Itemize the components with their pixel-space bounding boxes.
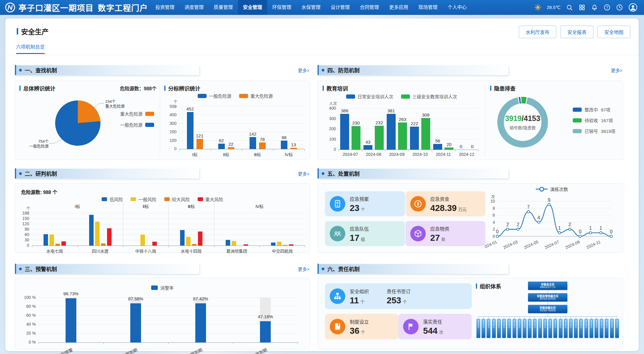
book-icon (330, 319, 345, 334)
box-icon (410, 226, 426, 241)
nav-item-7[interactable]: 合同管理 (355, 0, 384, 15)
legend-item: 重大风险 (198, 196, 223, 202)
org-member-bar: 成员单位 (595, 319, 598, 338)
value-label: 87.58% (128, 296, 143, 301)
bar-group (168, 213, 214, 246)
bar (95, 222, 100, 246)
help-icon[interactable]: ? (603, 4, 611, 11)
bar (375, 126, 384, 150)
stat-card: 应急资金428.39万元 (405, 191, 485, 216)
tab-six-mechanisms[interactable]: 六项机制总览 (16, 43, 45, 54)
x-axis-label: Ⅲ标 (242, 151, 273, 157)
bar (387, 114, 396, 150)
panel-dot-icon (19, 172, 22, 175)
nav-item-4[interactable]: 环保管理 (267, 0, 296, 15)
svg-text:1: 1 (558, 226, 561, 231)
legend-swatch (401, 94, 410, 99)
nav-item-0[interactable]: 投资管理 (150, 0, 179, 15)
nav-item-8[interactable]: 更多应用 (384, 0, 413, 15)
bell-icon[interactable] (591, 4, 598, 11)
panel-dot-icon (19, 69, 22, 72)
legend-swatch (164, 197, 170, 201)
clock-icon[interactable] (616, 4, 623, 11)
svg-text:8: 8 (493, 206, 495, 211)
nav-item-9[interactable]: 现场管理 (413, 0, 442, 15)
app-logo-icon (5, 2, 16, 13)
org-system: 组织体系 安委会主任统筹安全生产工作安委会常务副主任组织协调 监督检查安委会副主… (475, 281, 620, 346)
nav-item-6[interactable]: 设计管理 (326, 0, 355, 15)
dashboard-root: { "nav": { "project": "亭子口灌区一期项目", "port… (0, 0, 644, 354)
svg-text:2024-09: 2024-09 (565, 239, 581, 250)
bar (192, 244, 196, 246)
bar (180, 230, 185, 246)
panel-dot-icon (322, 172, 324, 175)
nav-item-10[interactable]: 个人中心 (442, 0, 472, 15)
svg-text:2024-03: 2024-03 (502, 239, 518, 250)
x-axis-label: 水电七局 (32, 248, 78, 254)
bar (259, 142, 266, 149)
title-accent-bar (17, 28, 18, 35)
org-member-bar: 成员单位 (513, 319, 516, 338)
svg-text:6: 6 (493, 213, 495, 218)
section-label: Ⅳ标 (256, 203, 264, 209)
nav-item-3[interactable]: 安全管理 (238, 0, 267, 15)
section-label: Ⅱ标 (143, 203, 149, 209)
x-axis-label: 中交四航局 (259, 248, 305, 254)
legend-swatch (573, 108, 582, 112)
bar-group: 222308 (408, 108, 432, 150)
panel-dot-icon (19, 268, 22, 270)
bar (433, 144, 442, 150)
top-nav: 亭子口灌区一期项目数字工程门户 投资管理进度管理质量管理安全管理环保管理水保管理… (0, 0, 644, 15)
bar (49, 235, 54, 246)
toolbar-button-2[interactable]: 安全地图 (597, 26, 630, 38)
org-member-bar: 成员单位 (600, 319, 603, 338)
bar (250, 137, 256, 149)
bar (352, 126, 360, 150)
header-toolbar: 水利厅发布安全报表安全地图 (519, 26, 630, 38)
apps-grid-icon[interactable] (578, 4, 586, 11)
x-axis-label: 葛洲坝集团 (214, 248, 260, 254)
org-member-bar: 成员单位 (589, 319, 593, 338)
hazard-total: 危险源数：988个 (120, 85, 157, 92)
risk-legend: 低风险一般风险较大风险重大风险 (15, 196, 310, 202)
avatar[interactable] (628, 3, 637, 12)
bar (195, 303, 206, 342)
svg-text:2024-01: 2024-01 (485, 239, 498, 250)
toolbar-button-0[interactable]: 水利厅发布 (519, 26, 556, 38)
more-link[interactable]: 更多> (611, 67, 623, 73)
org-member-bar: 成员单位 (569, 319, 573, 338)
legend-item: 已销号3919项 (573, 128, 615, 134)
bar (152, 242, 157, 246)
nav-title: 亭子口灌区一期项目数字工程门户 (18, 2, 148, 13)
bar-group (32, 213, 78, 246)
nav-item-5[interactable]: 水保管理 (296, 0, 326, 15)
org-level-box: 安委会常务副主任组织协调 监督检查 (528, 293, 567, 302)
org-member-bar: 成员单位 (497, 319, 501, 338)
org-member-bar: 成员单位 (518, 319, 521, 338)
more-link[interactable]: 更多> (298, 266, 309, 272)
bar (187, 112, 193, 149)
svg-text:0: 0 (579, 229, 581, 234)
bar (44, 234, 48, 246)
bar (244, 244, 248, 246)
nav-item-2[interactable]: 质量管理 (209, 0, 238, 15)
svg-text:0: 0 (610, 229, 613, 234)
more-link[interactable]: 更多> (298, 170, 309, 177)
warn-card: 消警率 0 %20 %40 %60 %80 %100 %98.73%87.58%… (15, 278, 310, 349)
training-bar-chart: 人次01002003004003862304323238126322230856… (339, 108, 478, 157)
nav-item-1[interactable]: 进度管理 (179, 0, 209, 15)
legend-swatch (145, 112, 154, 116)
svg-text:1: 1 (589, 226, 592, 231)
bar (260, 321, 271, 342)
more-link[interactable]: 更多> (298, 67, 309, 73)
bar (186, 237, 191, 246)
bar (198, 232, 202, 246)
toolbar-button-1[interactable]: 安全报表 (561, 26, 593, 38)
alarm-bar-chart: 0 %20 %40 %60 %80 %100 %98.73%87.58%87.4… (38, 298, 298, 354)
search-icon[interactable] (566, 4, 573, 11)
legend-item: 整改中67项 (573, 106, 615, 113)
svg-text:1: 1 (600, 226, 602, 231)
org-member-bar: 成员单位 (543, 319, 547, 338)
drill-line-chart: 0246810次0227491201102024-012024-032024-0… (485, 192, 619, 253)
bar (66, 298, 76, 342)
